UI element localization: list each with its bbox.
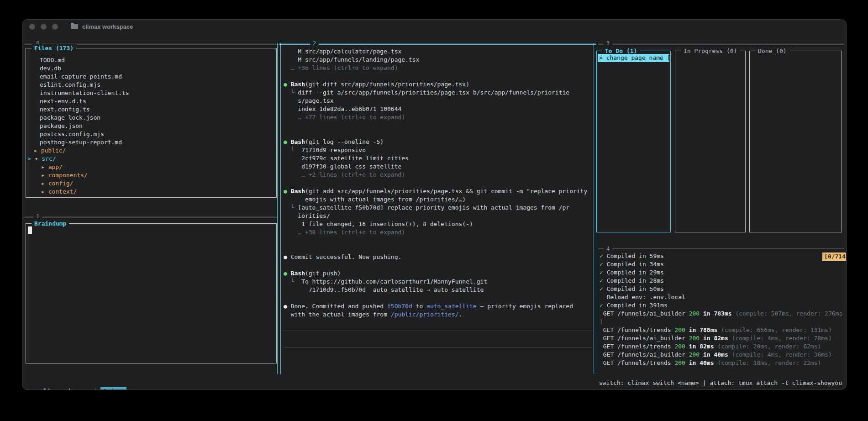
collapsed-arrow-icon: ▸ xyxy=(26,147,41,154)
terminal-line: 1 file changed, 16 insertions(+), 8 dele… xyxy=(284,220,593,228)
file-tree-item[interactable]: dev.db xyxy=(26,64,276,73)
folder-icon xyxy=(71,24,78,29)
terminal-line: ✓ Compiled in 391ms xyxy=(600,301,844,310)
terminal-line: Reload env: .env.local xyxy=(600,293,844,301)
file-tree-item[interactable]: instrumentation-client.ts xyxy=(26,89,276,97)
terminal-line: ✓ Compiled in 29ms xyxy=(600,268,844,277)
file-tree-item[interactable]: package.json xyxy=(26,122,276,130)
terminal-line xyxy=(284,261,593,269)
terminal-line: └ 71710d9 responsivo xyxy=(284,146,593,154)
permissions-mode-line: ▶▶ bypass permissions on (shift+tab to c… xyxy=(286,360,592,368)
pane-number-1: 1 xyxy=(33,213,42,220)
file-tree-item[interactable]: TODO.md xyxy=(26,56,276,64)
tmux-status-left: climax-showyou | 0:dev* xyxy=(26,379,126,387)
input-separator-top xyxy=(284,331,593,331)
terminal-line xyxy=(284,130,593,138)
terminal-line: 71710d9..f50b70d auto_satellite → auto_s… xyxy=(284,286,593,294)
collapsed-arrow-icon: ▸ xyxy=(26,180,48,187)
terminal-line: iorities/ xyxy=(284,212,593,220)
file-tree-item[interactable]: ▸ config/ xyxy=(26,179,276,188)
file-tree-item[interactable]: ▸ app/ xyxy=(26,163,276,171)
kanban-hintbar: KANBAN hjkl: navigate | n: new | e: edit… xyxy=(598,235,844,243)
terminal-line xyxy=(284,294,593,302)
file-tree-item[interactable]: next-env.d.ts xyxy=(26,97,276,105)
terminal-line xyxy=(284,121,593,130)
terminal-line: GET /funnels/trends 200 in 40ms (compile… xyxy=(600,359,844,367)
terminal-line: M src/app/funnels/landing/page.tsx xyxy=(284,56,593,64)
file-tree: TODO.mddev.dbemail-capture-points.mdesli… xyxy=(26,56,276,196)
terminal-line: ● Bash(git push) xyxy=(284,269,593,278)
braindump-hintbar: BRAINDUMP Type to write | Tab: preview |… xyxy=(26,371,277,379)
maximize-button[interactable] xyxy=(52,24,58,30)
terminal-line: ● Bash(git diff src/app/funnels/prioriti… xyxy=(284,80,593,89)
claude-input[interactable]: > check it on the browser xyxy=(286,335,592,343)
vertical-pane-border-left[interactable] xyxy=(277,43,281,374)
files-panel-title: Files (173) xyxy=(32,44,76,53)
terminal-line: GET /funnels/ai_builder 200 in 783ms (co… xyxy=(600,310,844,318)
terminal-line: ● Done. Committed and pushed f50b70d to … xyxy=(284,302,593,310)
terminal-line: … +36 lines (ctrl+o to expand) xyxy=(284,64,593,72)
kanban-column-inprogress: In Progress (0) xyxy=(675,51,746,232)
terminal-line xyxy=(284,72,593,80)
pane-number-2: 2 xyxy=(310,40,319,47)
window-tab-dev[interactable]: 0:dev* xyxy=(100,387,126,390)
terminal-line: … +77 lines (ctrl+o to expand) xyxy=(284,113,593,121)
context-usage-badge: [0/714] xyxy=(822,253,847,261)
terminal-window: climax workspace 0 2 3 1 4 Files (173) T… xyxy=(22,19,847,390)
file-tree-item[interactable]: eslint.config.mjs xyxy=(26,81,276,89)
terminal-line: 2cf979c satellite limit cities xyxy=(284,154,593,163)
terminal-line: ✓ Compiled in 59ms xyxy=(600,252,844,260)
collapsed-arrow-icon: ▸ xyxy=(26,172,48,179)
terminal-line: GET /funnels/ai_builder 200 in 82ms (com… xyxy=(600,334,844,342)
terminal-line xyxy=(284,237,593,245)
terminal-line: d197f30 global css satellite xyxy=(284,163,593,171)
minimize-button[interactable] xyxy=(41,24,47,30)
file-tree-item[interactable]: > ▾ src/ xyxy=(26,155,276,163)
collapsed-arrow-icon: ▸ xyxy=(26,188,48,195)
pane-divider-3[interactable]: 3 xyxy=(598,43,844,45)
file-tree-item[interactable]: next.config.ts xyxy=(26,105,276,114)
kanban-column-todo: To Do (1) > change page name [0 xyxy=(596,51,671,232)
terminal-line: └ diff --git a/src/app/funnels/prioritie… xyxy=(284,89,593,97)
terminal-line: GET /funnels/trends 200 in 82ms (compile… xyxy=(600,342,844,351)
files-panel: Files (173) TODO.mddev.dbemail-capture-p… xyxy=(26,48,277,198)
file-tree-item[interactable]: postcss.config.mjs xyxy=(26,130,276,138)
file-tree-item[interactable]: posthog-setup-report.md xyxy=(26,138,276,147)
file-tree-item[interactable]: ▸ public/ xyxy=(26,147,276,155)
pane-divider-4[interactable]: 4 xyxy=(598,248,844,250)
expanded-arrow-icon: ▾ xyxy=(35,155,42,162)
pane-number-4: 4 xyxy=(604,245,612,253)
file-tree-item[interactable]: ▸ context/ xyxy=(26,188,276,196)
terminal-line: ✓ Compiled in 50ms xyxy=(600,285,844,293)
terminal-line: … +2 lines (ctrl+o to expand) xyxy=(284,171,593,179)
terminal-line: GET /funnels/ai_builder 200 in 40ms (com… xyxy=(600,351,844,359)
kanban-column-done: Done (0) xyxy=(749,51,842,232)
braindump-panel-title: Braindump xyxy=(32,220,69,228)
pane-divider-2[interactable]: 2 xyxy=(279,43,596,45)
pane-divider-1[interactable]: 1 xyxy=(24,216,277,218)
claude-session-output: M src/app/calculator/page.tsx M src/app/… xyxy=(284,47,593,319)
session-name: climax-showyou xyxy=(40,388,90,390)
terminal-line xyxy=(284,179,593,187)
titlebar: climax workspace xyxy=(22,20,846,33)
input-separator-bottom xyxy=(284,347,593,348)
terminal-line: index 1de82da..eb6b071 100644 xyxy=(284,105,593,113)
claude-statusline: ↑/gsd:update │ Opus 4.6 │ showyou21% xyxy=(286,352,592,360)
terminal-line: s/page.tsx xyxy=(284,97,593,105)
file-tree-item[interactable]: ▸ components/ xyxy=(26,171,276,179)
files-hintbar: FILES jk: navigate | Enter: open | e: ed… xyxy=(26,203,277,211)
kanban-card[interactable]: > change page name [0 xyxy=(598,54,669,62)
window-title: climax workspace xyxy=(82,23,133,30)
terminal-line: ● Commit successful. Now pushing. xyxy=(284,253,593,261)
file-tree-item[interactable]: email-capture-points.md xyxy=(26,73,276,81)
file-tree-item[interactable]: package-lock.json xyxy=(26,114,276,122)
text-cursor xyxy=(28,226,32,234)
terminal-line: … +38 lines (ctrl+o to expand) xyxy=(284,228,593,237)
terminal-line: ✓ Compiled in 28ms xyxy=(600,277,844,285)
close-button[interactable] xyxy=(29,24,35,30)
braindump-panel[interactable]: Braindump xyxy=(26,223,277,363)
terminal-line: ✓ Compiled in 34ms xyxy=(600,260,844,268)
kanban-column-done-title: Done (0) xyxy=(755,47,789,55)
pane-number-3: 3 xyxy=(604,40,612,47)
terminal-line: emojis with actual images from /prioriti… xyxy=(284,195,593,204)
